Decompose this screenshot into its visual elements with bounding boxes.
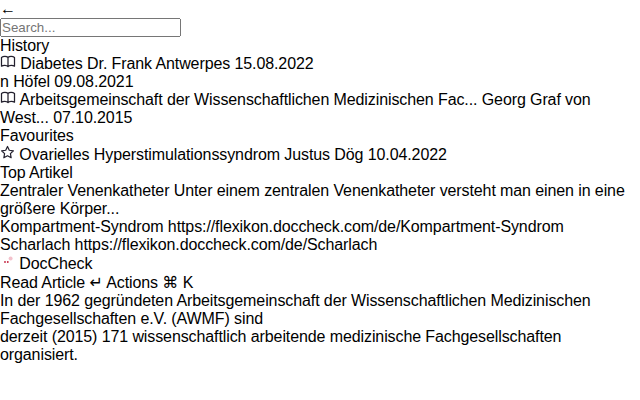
favourite-item-title: Ovarielles Hyperstimulationssyndrom [19,146,280,163]
history-row[interactable]: Diabetes Dr. Frank Antwerpes 15.08.2022 [0,55,640,73]
search-bar: ← [0,0,640,37]
actions-label: Actions [106,274,158,291]
author-name: Justus Dög [284,146,363,163]
author-name: Dr. Frank Antwerpes [87,55,230,72]
book-icon [0,91,19,108]
article-row[interactable]: Zentraler Venenkatheter Unter einem zent… [0,182,640,218]
section-label-top-artikel: Top Artikel [0,164,640,182]
return-key-icon: ↵ [89,274,102,291]
footer-actions: Read Article ↵ Actions ⌘ K [0,273,640,292]
author: n Höfel [0,73,54,90]
star-icon [0,146,19,163]
author: Justus Dög [284,146,367,163]
section-label-history: History [0,37,640,55]
k-key-icon: K [183,274,194,291]
command-palette-window: ← History Diabetes Dr. Frank Antwerpes 1… [0,0,640,292]
search-input[interactable] [0,18,181,37]
read-article-button[interactable]: Read Article ↵ [0,274,106,291]
article-title: Zentraler Venenkatheter [0,182,169,199]
brand: DocCheck [0,254,640,273]
tooltip-line: In der 1962 gegründeten Arbeitsgemeinsch… [0,292,640,328]
date-badge: 07.10.2015 [53,109,132,126]
history-row[interactable]: Arbeitsgemeinschaft der Wissenschaftlich… [0,91,640,127]
author: Dr. Frank Antwerpes [87,55,234,72]
article-row[interactable]: Scharlach https://flexikon.doccheck.com/… [0,236,640,254]
favourite-row[interactable]: Ovarielles Hyperstimulationssyndrom Just… [0,145,640,164]
article-row[interactable]: Kompartment-Syndrom https://flexikon.doc… [0,218,640,236]
history-item-title: Arbeitsgemeinschaft der Wissenschaftlich… [19,91,477,108]
article-title: Kompartment-Syndrom [0,218,164,235]
article-subtitle: https://flexikon.doccheck.com/de/Kompart… [168,218,564,235]
row-meta: Dr. Frank Antwerpes 15.08.2022 [87,55,314,72]
read-article-label: Read Article [0,274,85,291]
actions-button[interactable]: Actions ⌘ K [106,274,193,291]
back-button[interactable]: ← [0,0,640,18]
date-badge: 15.08.2022 [234,55,313,72]
app-name: DocCheck [19,255,92,272]
tooltip-line: derzeit (2015) 171 wissenschaftlich arbe… [0,328,640,364]
article-subtitle: https://flexikon.doccheck.com/de/Scharla… [75,236,378,253]
row-meta: n Höfel 09.08.2021 [0,73,133,90]
desktop-background: ← History Diabetes Dr. Frank Antwerpes 1… [0,0,640,400]
section-label-favourites: Favourites [0,127,640,145]
row-meta: Justus Dög 10.04.2022 [284,146,447,163]
footer-bar: DocCheck Read Article ↵ Actions ⌘ K [0,254,640,292]
tooltip: In der 1962 gegründeten Arbeitsgemeinsch… [0,292,640,364]
doccheck-logo-icon [0,255,19,272]
back-arrow-icon: ← [0,0,16,17]
date-badge: 10.04.2022 [368,146,447,163]
history-item-title: Diabetes [20,55,82,72]
history-row[interactable]: n Höfel 09.08.2021 [0,73,640,91]
date-badge: 09.08.2021 [54,73,133,90]
book-icon [0,55,20,72]
command-key-icon: ⌘ [162,274,178,291]
article-title: Scharlach [0,236,70,253]
author-name: n Höfel [0,73,50,90]
